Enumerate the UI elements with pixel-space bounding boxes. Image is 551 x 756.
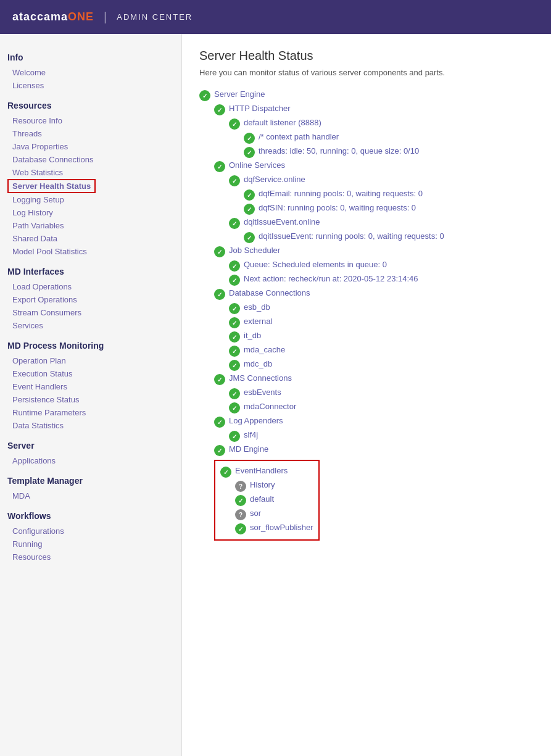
status-label: Next action: recheck/run at: 2020-05-12 … xyxy=(244,274,418,283)
status-item: sor_flowPublisher xyxy=(235,523,313,534)
sidebar-section-title: Template Manager xyxy=(7,476,174,486)
sidebar-item-log-history[interactable]: Log History xyxy=(7,206,174,219)
status-item: dqitIssueEvent.online xyxy=(229,217,534,229)
status-item: mdc_db xyxy=(229,359,534,371)
status-item: mdaConnector xyxy=(229,402,534,413)
sidebar-item-java-properties[interactable]: Java Properties xyxy=(7,140,174,153)
sidebar-section-title: MD Process Monitoring xyxy=(7,341,174,351)
sidebar-item-path-variables[interactable]: Path Variables xyxy=(7,219,174,232)
check-icon xyxy=(229,360,240,371)
status-item: mda_cache xyxy=(229,345,534,357)
status-label: dqfSIN: running pools: 0, waiting reques… xyxy=(259,203,416,212)
check-icon xyxy=(229,275,240,286)
sidebar-item-resource-info[interactable]: Resource Info xyxy=(7,114,174,127)
sidebar-item-persistence-status[interactable]: Persistence Status xyxy=(7,393,174,406)
status-item: default xyxy=(235,494,313,506)
status-item: esb_db xyxy=(229,302,534,314)
status-item: sor xyxy=(235,509,313,520)
status-item: Database Connections xyxy=(214,288,534,300)
admin-center-title: ADMIN CENTER xyxy=(117,12,193,22)
sidebar-item-runtime-parameters[interactable]: Runtime Parameters xyxy=(7,406,174,419)
status-item: Job Scheduler xyxy=(214,246,534,257)
sidebar-section-title: Resources xyxy=(7,101,174,110)
status-label: Queue: Scheduled elements in queue: 0 xyxy=(244,260,387,269)
sidebar-item-mda[interactable]: MDA xyxy=(7,489,174,502)
sidebar-item-running[interactable]: Running xyxy=(7,538,174,550)
sidebar-item-configurations[interactable]: Configurations xyxy=(7,525,174,538)
status-label: dqfService.online xyxy=(244,175,305,184)
status-label: sor xyxy=(250,509,261,518)
status-label: esbEvents xyxy=(244,388,281,397)
sidebar-item-load-operations[interactable]: Load Operations xyxy=(7,280,174,293)
status-item: Next action: recheck/run at: 2020-05-12 … xyxy=(229,274,534,286)
check-icon xyxy=(229,402,240,413)
sidebar-section-title: MD Interfaces xyxy=(7,267,174,276)
sidebar-item-licenses[interactable]: Licenses xyxy=(7,79,174,92)
sidebar-item-applications[interactable]: Applications xyxy=(7,454,174,467)
sidebar-item-shared-data[interactable]: Shared Data xyxy=(7,232,174,245)
status-item: /* context path handler xyxy=(244,132,534,144)
status-label: JMS Connections xyxy=(229,373,292,383)
main-content: Server Health Status Here you can monito… xyxy=(182,34,551,756)
status-label: slf4j xyxy=(244,430,258,439)
sidebar-item-welcome[interactable]: Welcome xyxy=(7,66,174,79)
sidebar-item-operation-plan[interactable]: Operation Plan xyxy=(7,354,174,367)
status-label: /* context path handler xyxy=(259,132,339,141)
sidebar-item-database-connections[interactable]: Database Connections xyxy=(7,153,174,166)
status-label: default listener (8888) xyxy=(244,118,321,127)
sidebar-item-data-statistics[interactable]: Data Statistics xyxy=(7,419,174,432)
sidebar-item-export-operations[interactable]: Export Operations xyxy=(7,293,174,306)
status-item: external xyxy=(229,317,534,328)
sidebar-section-title: Workflows xyxy=(7,511,174,521)
check-icon xyxy=(199,90,210,101)
sidebar-item-resources[interactable]: Resources xyxy=(7,550,174,563)
check-icon xyxy=(229,431,240,442)
sidebar-item-model-pool-statistics[interactable]: Model Pool Statistics xyxy=(7,245,174,258)
check-icon xyxy=(235,523,246,534)
status-label: dqitIssueEvent: running pools: 0, waitin… xyxy=(259,231,444,241)
status-label: sor_flowPublisher xyxy=(250,523,313,532)
status-item: dqfService.online xyxy=(229,175,534,186)
status-label: Job Scheduler xyxy=(229,246,280,255)
check-icon xyxy=(229,260,240,272)
status-item: EventHandlers xyxy=(220,466,313,478)
unknown-icon xyxy=(235,481,246,492)
status-item: JMS Connections xyxy=(214,373,534,385)
check-icon xyxy=(229,303,240,314)
sidebar-item-event-handlers[interactable]: Event Handlers xyxy=(7,380,174,393)
status-label: Online Services xyxy=(229,160,285,170)
sidebar-item-server-health-status[interactable]: Server Health Status xyxy=(7,179,96,193)
event-handlers-highlight-box: EventHandlersHistorydefaultsorsor_flowPu… xyxy=(214,460,320,541)
status-label: mdaConnector xyxy=(244,402,296,411)
sidebar-item-threads[interactable]: Threads xyxy=(7,127,174,140)
status-label: EventHandlers xyxy=(235,466,288,475)
status-item: it_db xyxy=(229,331,534,343)
check-icon xyxy=(229,175,240,186)
check-icon xyxy=(244,232,255,243)
sidebar-section-title: Info xyxy=(7,52,174,62)
status-item: Queue: Scheduled elements in queue: 0 xyxy=(229,260,534,272)
sidebar-item-stream-consumers[interactable]: Stream Consumers xyxy=(7,306,174,319)
status-label: it_db xyxy=(244,331,261,340)
status-item: dqitIssueEvent: running pools: 0, waitin… xyxy=(244,231,534,243)
logo: ataccamaONE xyxy=(12,10,94,23)
status-item: History xyxy=(235,480,313,492)
sidebar-item-logging-setup[interactable]: Logging Setup xyxy=(7,193,174,206)
sidebar-item-services[interactable]: Services xyxy=(7,319,174,332)
check-icon xyxy=(214,104,225,115)
check-icon xyxy=(214,445,225,456)
status-label: mda_cache xyxy=(244,345,285,354)
sidebar-item-execution-status[interactable]: Execution Status xyxy=(7,367,174,380)
check-icon xyxy=(214,161,225,172)
status-item: dqfEmail: running pools: 0, waiting requ… xyxy=(244,189,534,201)
check-icon xyxy=(244,189,255,201)
status-label: History xyxy=(250,480,275,489)
status-label: Database Connections xyxy=(229,288,310,297)
check-icon xyxy=(229,218,240,229)
status-label: dqfEmail: running pools: 0, waiting requ… xyxy=(259,189,423,198)
check-icon xyxy=(229,388,240,399)
sidebar-section-title: Server xyxy=(7,441,174,451)
sidebar-item-web-statistics[interactable]: Web Statistics xyxy=(7,166,174,179)
status-label: mdc_db xyxy=(244,359,272,368)
unknown-icon xyxy=(235,509,246,520)
